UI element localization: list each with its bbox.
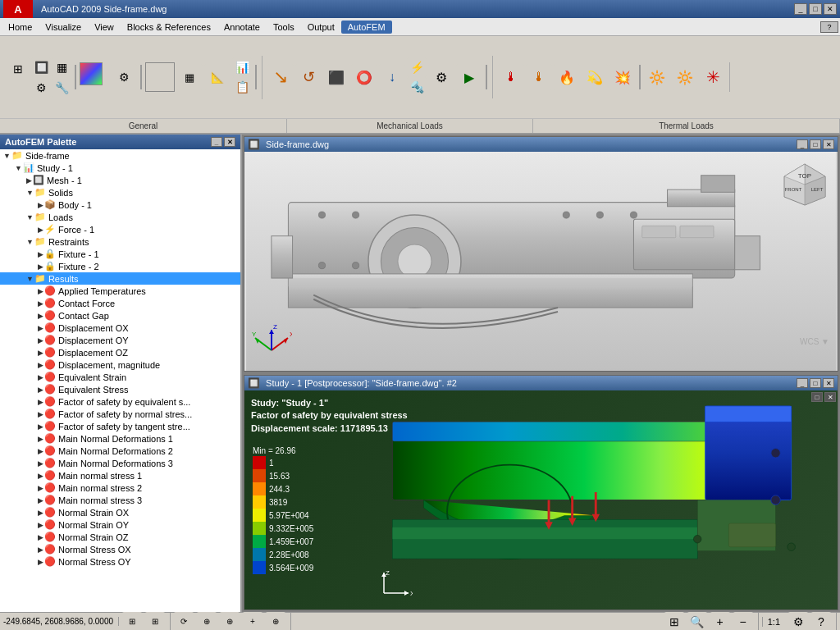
expand-btn-3[interactable]: ▼ — [26, 189, 34, 197]
toolbar-btn-mech-2[interactable]: 🔩 — [407, 77, 427, 97]
toolbar-btn-grid[interactable]: ⊞ — [7, 57, 30, 80]
toolbar-btn-mesh-view[interactable]: ▦ — [176, 64, 203, 90]
viewport-bottom-restore[interactable]: □ — [810, 378, 821, 388]
expand-btn-33[interactable]: ▶ — [38, 558, 43, 566]
menu-blocks[interactable]: Blocks & References — [121, 21, 217, 34]
toolbar-btn-thermal-run[interactable]: 💥 — [609, 64, 636, 90]
viewport-bottom-minimize[interactable]: _ — [797, 378, 808, 388]
expand-btn-14[interactable]: ▶ — [38, 324, 43, 332]
palette-content[interactable]: ▼📁Side-frame▼📊Study - 1▶🔲Mesh - 1▼📁Solid… — [0, 149, 240, 612]
tree-item-6[interactable]: ▶⚡Force - 1 — [0, 223, 240, 235]
toolbar-btn-mesh-settings[interactable]: ⚙ — [111, 64, 137, 90]
tree-item-21[interactable]: ▶🔴Factor of safety by normal stres... — [0, 408, 240, 420]
expand-btn-29[interactable]: ▶ — [38, 509, 43, 517]
toolbar-btn-special3[interactable]: ✳ — [700, 64, 726, 90]
tree-item-2[interactable]: ▶🔲Mesh - 1 — [0, 174, 240, 186]
expand-btn-11[interactable]: ▶ — [38, 287, 43, 295]
menu-home[interactable]: Home — [2, 21, 39, 34]
toolbar-btn-force[interactable]: ↘ — [267, 64, 294, 90]
toolbar-btn-conv[interactable]: 🔥 — [554, 64, 580, 90]
tree-item-8[interactable]: ▶🔒Fixture - 1 — [0, 248, 240, 260]
expand-btn-27[interactable]: ▶ — [38, 484, 43, 492]
toolbar-btn-temp[interactable]: 🌡 — [498, 64, 524, 90]
tree-item-13[interactable]: ▶🔴Contact Gap — [0, 309, 240, 322]
status-snap[interactable]: ⟳ — [174, 612, 194, 631]
toolbar-btn-run[interactable]: ▶ — [456, 64, 482, 90]
tree-item-5[interactable]: ▼📁Loads — [0, 211, 240, 223]
toolbar-btn-iso[interactable]: 📊 — [232, 57, 252, 77]
status-help[interactable]: ? — [811, 612, 831, 631]
tree-item-30[interactable]: ▶🔴Normal Strain OY — [0, 518, 240, 531]
tree-item-23[interactable]: ▶🔴Main Normal Deformations 1 — [0, 432, 240, 445]
tree-item-14[interactable]: ▶🔴Displacement OX — [0, 322, 240, 334]
tree-item-17[interactable]: ▶🔴Displacement, magnitude — [0, 358, 240, 371]
close-button[interactable]: ✕ — [824, 3, 837, 15]
status-polar[interactable]: ⊕ — [220, 612, 240, 631]
toolbar-btn-heat[interactable]: 🌡 — [526, 64, 552, 90]
tree-item-11[interactable]: ▶🔴Applied Temperatures — [0, 285, 240, 297]
expand-btn-24[interactable]: ▶ — [38, 447, 43, 455]
status-model[interactable]: ⊞ — [122, 612, 142, 631]
restore-button[interactable]: □ — [809, 3, 822, 15]
status-settings[interactable]: ⚙ — [788, 612, 808, 631]
expand-btn-5[interactable]: ▼ — [26, 213, 34, 221]
expand-btn-2[interactable]: ▶ — [26, 176, 32, 185]
viewport-top-close[interactable]: ✕ — [823, 139, 834, 149]
status-ortho[interactable]: ⊕ — [197, 612, 217, 631]
status-zoom[interactable]: 🔍 — [687, 612, 707, 631]
tree-item-7[interactable]: ▼📁Restraints — [0, 235, 240, 248]
tree-item-25[interactable]: ▶🔴Main Normal Deformations 3 — [0, 457, 240, 469]
tree-item-12[interactable]: ▶🔴Contact Force — [0, 297, 240, 309]
menu-tools[interactable]: Tools — [267, 21, 301, 34]
expand-btn-32[interactable]: ▶ — [38, 546, 43, 554]
tree-item-19[interactable]: ▶🔴Equivalent Stress — [0, 383, 240, 395]
expand-btn-15[interactable]: ▶ — [38, 336, 43, 345]
toolbar-btn-pressure[interactable]: ⬛ — [323, 64, 349, 90]
expand-btn-23[interactable]: ▶ — [38, 435, 43, 443]
tree-item-0[interactable]: ▼📁Side-frame — [0, 149, 240, 162]
expand-btn-31[interactable]: ▶ — [38, 533, 43, 541]
expand-btn-28[interactable]: ▶ — [38, 496, 43, 504]
tree-item-26[interactable]: ▶🔴Main normal stress 1 — [0, 469, 240, 482]
toolbar-btn-1[interactable]: 🔲 — [31, 57, 51, 77]
palette-minimize[interactable]: _ — [211, 137, 222, 147]
toolbar-btn-query[interactable]: 📋 — [232, 77, 252, 97]
expand-btn-1[interactable]: ▼ — [15, 164, 22, 172]
expand-btn-12[interactable]: ▶ — [38, 299, 43, 308]
expand-btn-10[interactable]: ▼ — [26, 275, 34, 283]
expand-btn-17[interactable]: ▶ — [38, 361, 43, 369]
toolbar-btn-torque[interactable]: ↺ — [295, 64, 322, 90]
tree-item-22[interactable]: ▶🔴Factor of safety by tangent stre... — [0, 420, 240, 432]
menu-view[interactable]: View — [88, 21, 121, 34]
tree-item-33[interactable]: ▶🔴Normal Stress OY — [0, 555, 240, 568]
status-osnap[interactable]: + — [243, 612, 262, 631]
status-grid[interactable]: ⊞ — [145, 612, 165, 631]
tree-item-24[interactable]: ▶🔴Main Normal Deformations 2 — [0, 445, 240, 457]
toolbar-btn-contact[interactable]: ⚙ — [428, 64, 454, 90]
expand-btn-26[interactable]: ▶ — [38, 472, 43, 480]
expand-btn-7[interactable]: ▼ — [26, 238, 34, 246]
toolbar-btn-accel[interactable]: ↓ — [379, 64, 405, 90]
tree-item-18[interactable]: ▶🔴Equivalent Strain — [0, 371, 240, 383]
expand-btn-30[interactable]: ▶ — [38, 521, 43, 529]
expand-btn-20[interactable]: ▶ — [38, 398, 43, 406]
content-close-btn[interactable]: ✕ — [824, 392, 836, 402]
toolbar-btn-deform[interactable]: 📐 — [204, 64, 231, 90]
tree-item-16[interactable]: ▶🔴Displacement OZ — [0, 346, 240, 358]
toolbar-btn-rad[interactable]: 💫 — [582, 64, 608, 90]
toolbar-btn-special1[interactable]: 🔆 — [644, 64, 670, 90]
tree-item-29[interactable]: ▶🔴Normal Strain OX — [0, 506, 240, 518]
expand-btn-13[interactable]: ▶ — [38, 312, 43, 320]
viewport-top-minimize[interactable]: _ — [797, 139, 808, 149]
tree-item-1[interactable]: ▼📊Study - 1 — [0, 162, 240, 174]
status-pan[interactable]: ⊞ — [664, 612, 684, 631]
expand-btn-21[interactable]: ▶ — [38, 410, 43, 418]
toolbar-btn-2[interactable]: ▦ — [52, 57, 71, 77]
viewport-bottom-close[interactable]: ✕ — [823, 378, 834, 388]
status-otrack[interactable]: ⊕ — [266, 612, 285, 631]
expand-btn-0[interactable]: ▼ — [3, 152, 11, 160]
expand-btn-25[interactable]: ▶ — [38, 459, 43, 468]
menu-annotate[interactable]: Annotate — [217, 21, 267, 34]
status-zoom-in[interactable]: + — [710, 612, 730, 631]
menu-visualize[interactable]: Visualize — [39, 21, 88, 34]
